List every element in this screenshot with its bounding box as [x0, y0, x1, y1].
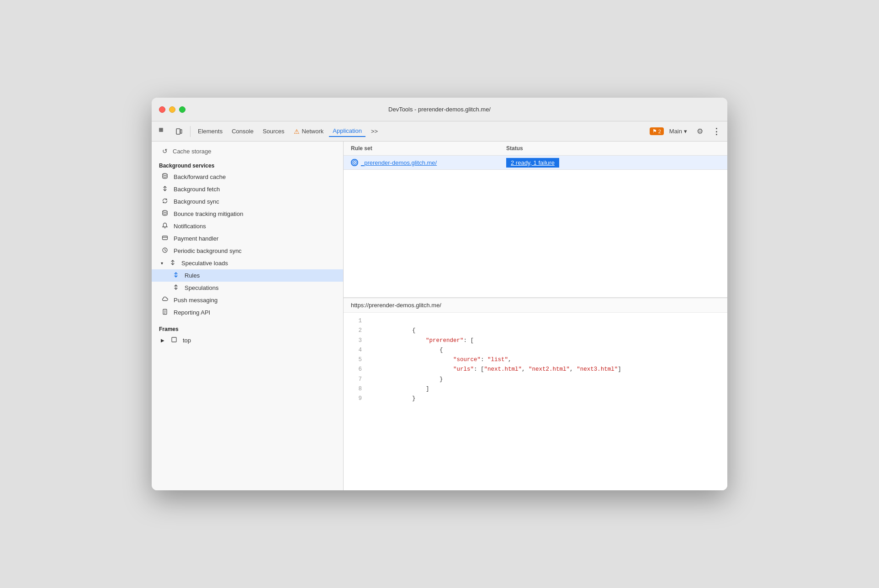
tab-sources[interactable]: Sources	[259, 126, 288, 136]
sidebar-item-push-messaging[interactable]: Push messaging	[152, 294, 343, 306]
svg-rect-3	[161, 130, 163, 131]
network-warning-icon: ⚠	[294, 128, 300, 135]
code-panel: https://prerender-demos.glitch.me/ 1 2 {…	[344, 298, 727, 490]
table-row[interactable]: _prerender-demos.glitch.me/ 2 ready, 1 f…	[344, 156, 727, 170]
tab-console[interactable]: Console	[228, 126, 257, 136]
gear-icon: ⚙	[697, 127, 703, 136]
status-column-header: Status	[506, 145, 720, 152]
more-icon: ⋮	[712, 126, 720, 136]
devtools-window: DevTools - prerender-demos.glitch.me/ El…	[152, 98, 727, 490]
table-header: Rule set Status	[344, 142, 727, 156]
svg-rect-1	[161, 128, 163, 130]
sidebar-item-periodic-background-sync[interactable]: Periodic background sync	[152, 245, 343, 257]
content-area: ↺ Cache storage Background services Back…	[152, 142, 727, 490]
svg-rect-11	[172, 337, 176, 342]
sidebar: ↺ Cache storage Background services Back…	[152, 142, 344, 490]
bell-icon	[161, 222, 169, 230]
document-icon	[161, 309, 169, 316]
database-icon-2	[161, 210, 169, 218]
sidebar-item-bounce-tracking[interactable]: Bounce tracking mitigation	[152, 208, 343, 220]
sidebar-item-reporting-api[interactable]: Reporting API	[152, 306, 343, 319]
code-content[interactable]: 1 2 { 3 "prerender": [ 4	[344, 313, 727, 490]
frames-header: Frames	[152, 322, 343, 334]
sidebar-item-notifications[interactable]: Notifications	[152, 220, 343, 232]
code-url-bar: https://prerender-demos.glitch.me/	[344, 298, 727, 313]
settings-button[interactable]: ⚙	[693, 124, 707, 139]
device-icon	[175, 128, 183, 135]
sidebar-item-speculations[interactable]: Speculations	[152, 282, 343, 294]
prerender-icon	[351, 159, 358, 166]
code-line-9: 9 }	[351, 394, 720, 404]
clock-icon	[161, 247, 169, 255]
tab-application[interactable]: Application	[329, 126, 365, 137]
arrows-icon-spec	[169, 259, 177, 267]
more-tabs-button[interactable]: >>	[367, 126, 381, 136]
code-line-3: 3 "prerender": [	[351, 336, 720, 346]
chevron-down-icon: ▾	[161, 261, 163, 266]
rule-url-cell: _prerender-demos.glitch.me/	[351, 159, 506, 166]
sidebar-item-cache-storage[interactable]: ↺ Cache storage	[152, 145, 343, 157]
database-icon	[161, 173, 169, 181]
sidebar-item-speculative-loads[interactable]: ▾ Speculative loads	[152, 257, 343, 269]
main-panel: Rule set Status _prerender-demos.glitch.…	[344, 142, 727, 490]
chevron-right-icon: ▶	[161, 338, 164, 343]
sidebar-item-background-sync[interactable]: Background sync	[152, 195, 343, 208]
maximize-button[interactable]	[179, 106, 185, 113]
frame-icon	[170, 336, 178, 344]
sync-icon	[161, 198, 169, 205]
rule-set-column-header: Rule set	[351, 145, 506, 152]
cursor-icon	[159, 128, 166, 135]
toolbar: Elements Console Sources ⚠ Network Appli…	[152, 121, 727, 142]
svg-rect-0	[159, 128, 161, 130]
code-line-5: 5 "source": "list",	[351, 355, 720, 365]
svg-rect-8	[163, 236, 168, 240]
background-services-header: Background services	[152, 159, 343, 171]
code-line-7: 7 }	[351, 375, 720, 384]
sidebar-item-payment-handler[interactable]: Payment handler	[152, 232, 343, 245]
sidebar-item-rules[interactable]: Rules	[152, 269, 343, 282]
sidebar-item-back-forward-cache[interactable]: Back/forward cache	[152, 171, 343, 183]
more-options-button[interactable]: ⋮	[709, 124, 724, 139]
main-dropdown[interactable]: Main ▾	[666, 126, 691, 136]
rule-set-table: Rule set Status _prerender-demos.glitch.…	[344, 142, 727, 298]
card-icon	[161, 235, 169, 242]
code-line-8: 8 ]	[351, 384, 720, 394]
window-title: DevTools - prerender-demos.glitch.me/	[388, 106, 491, 113]
cloud-icon	[161, 296, 169, 304]
arrows-icon-rules	[172, 272, 180, 279]
dropdown-arrow-icon: ▾	[684, 128, 687, 135]
arrows-icon-speculations	[172, 284, 180, 292]
warning-badge: ⚑ 2	[650, 127, 664, 135]
cache-storage-icon: ↺	[161, 147, 169, 155]
table-empty-area	[344, 170, 727, 298]
svg-point-7	[163, 210, 167, 212]
close-button[interactable]	[159, 106, 165, 113]
device-toolbar-button[interactable]	[172, 124, 186, 139]
minimize-button[interactable]	[169, 106, 175, 113]
titlebar: DevTools - prerender-demos.glitch.me/	[152, 98, 727, 121]
code-line-1: 1	[351, 316, 720, 326]
svg-point-6	[163, 173, 167, 175]
sidebar-item-background-fetch[interactable]: Background fetch	[152, 183, 343, 195]
svg-rect-2	[159, 130, 161, 131]
svg-rect-4	[176, 129, 180, 134]
traffic-lights	[159, 106, 185, 113]
rule-status-cell: 2 ready, 1 failure	[506, 158, 720, 167]
sidebar-bottom-space	[152, 346, 343, 383]
toolbar-separator-1	[190, 126, 191, 137]
code-line-4: 4 {	[351, 346, 720, 355]
code-line-6: 6 "urls": ["next.html", "next2.html", "n…	[351, 365, 720, 374]
arrows-icon-fetch	[161, 185, 169, 193]
inspect-element-button[interactable]	[155, 124, 170, 139]
sidebar-item-frames-top[interactable]: ▶ top	[152, 334, 343, 346]
tab-elements[interactable]: Elements	[194, 126, 226, 136]
svg-rect-5	[180, 130, 182, 133]
code-line-2: 2 {	[351, 326, 720, 336]
warning-icon: ⚑	[652, 128, 657, 134]
tab-network[interactable]: ⚠ Network	[290, 126, 328, 137]
